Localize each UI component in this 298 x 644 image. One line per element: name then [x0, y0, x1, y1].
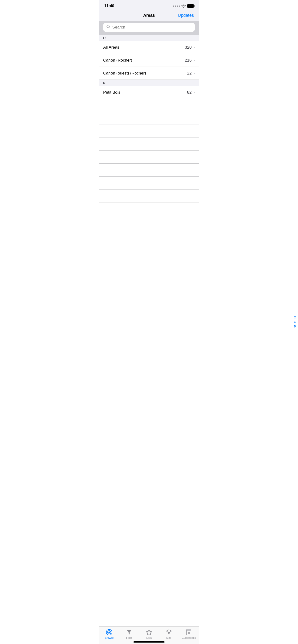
nav-bar: Areas Updates	[99, 10, 199, 21]
empty-row-7	[99, 176, 199, 190]
empty-row-1	[99, 99, 199, 112]
empty-row-4	[99, 138, 199, 151]
list-item-all-areas[interactable]: All Areas 320 ›	[99, 41, 199, 54]
empty-row-2	[99, 112, 199, 125]
item-name-canon-rocher: Canon (Rocher)	[103, 58, 132, 63]
status-time: 11:40	[104, 4, 114, 8]
chevron-icon-canon-ouest-rocher: ›	[194, 71, 195, 76]
list-item-canon-ouest-rocher[interactable]: Canon (ouest) (Rocher) 22 ›	[99, 67, 199, 80]
empty-row-8	[99, 190, 199, 202]
item-right-canon-rocher: 216 ›	[185, 58, 195, 63]
item-count-canon-ouest-rocher: 22	[187, 71, 192, 76]
chevron-icon-canon-rocher: ›	[194, 58, 195, 62]
item-name-canon-ouest-rocher: Canon (ouest) (Rocher)	[103, 71, 146, 76]
item-name-all-areas: All Areas	[103, 45, 119, 50]
svg-line-1	[109, 28, 110, 29]
item-count-all-areas: 320	[185, 45, 192, 50]
search-container	[99, 21, 199, 35]
nav-title: Areas	[143, 13, 155, 18]
item-right-canon-ouest-rocher: 22 ›	[187, 71, 195, 76]
item-right-petit-bois: 82 ›	[187, 90, 195, 95]
chevron-icon-petit-bois: ›	[194, 90, 195, 95]
empty-row-5	[99, 151, 199, 164]
search-input[interactable]	[112, 25, 192, 30]
status-bar: 11:40	[99, 0, 199, 10]
empty-row-3	[99, 125, 199, 138]
item-count-petit-bois: 82	[187, 90, 192, 95]
content-area: C All Areas 320 › Canon (Rocher) 216 › C…	[99, 35, 199, 222]
status-icons	[173, 4, 194, 8]
item-right-all-areas: 320 ›	[185, 45, 195, 50]
signal-icon	[173, 6, 180, 7]
item-name-petit-bois: Petit Bois	[103, 90, 120, 95]
chevron-icon-all-areas: ›	[194, 45, 195, 50]
wifi-icon	[181, 4, 186, 8]
section-header-c: C	[99, 35, 199, 41]
search-bar[interactable]	[103, 23, 195, 32]
search-icon	[106, 25, 110, 30]
list-item-petit-bois[interactable]: Petit Bois 82 ›	[99, 86, 199, 99]
item-count-canon-rocher: 216	[185, 58, 192, 63]
empty-row-6	[99, 164, 199, 176]
section-header-p: P	[99, 80, 199, 86]
updates-button[interactable]: Updates	[178, 13, 194, 18]
battery-icon	[187, 4, 194, 8]
list-item-canon-rocher[interactable]: Canon (Rocher) 216 ›	[99, 54, 199, 67]
